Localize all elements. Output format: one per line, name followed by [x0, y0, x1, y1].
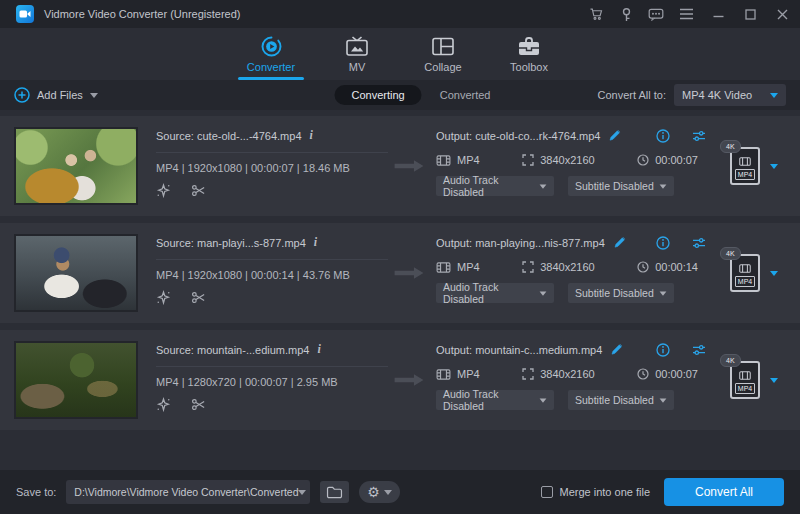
duration-icon — [637, 154, 649, 166]
output-info-icon[interactable] — [656, 129, 670, 143]
chevron-down-icon — [540, 398, 547, 402]
save-path-dropdown[interactable]: D:\Vidmore\Vidmore Video Converter\Conve… — [66, 480, 310, 504]
output-filename: Output: cute-old-co...rk-4764.mp4 — [436, 130, 600, 142]
format-name: MP4 — [735, 276, 755, 287]
toolbar: Add Files Converting Converted Convert A… — [0, 80, 800, 110]
source-filename: Source: mountain-...edium.mp4 — [156, 344, 309, 356]
video-thumbnail[interactable] — [14, 127, 138, 205]
output-resolution: 3840x2160 — [540, 261, 594, 273]
resolution-icon — [522, 368, 534, 380]
tab-toolbox[interactable]: Toolbox — [490, 28, 568, 80]
folder-icon — [326, 486, 343, 499]
tab-converting[interactable]: Converting — [334, 85, 421, 105]
source-meta: MP4 | 1280x720 | 00:00:07 | 2.95 MB — [156, 376, 388, 388]
video-file-icon — [436, 262, 451, 273]
effects-icon[interactable] — [156, 183, 171, 198]
menu-icon[interactable] — [678, 6, 694, 22]
subtitle-dropdown[interactable]: Subtitle Disabled — [568, 176, 674, 196]
minimize-icon[interactable] — [710, 6, 726, 22]
duration-icon — [637, 261, 649, 273]
chevron-down-icon — [770, 378, 778, 383]
video-thumbnail[interactable] — [14, 234, 138, 312]
audio-track-dropdown[interactable]: Audio Track Disabled — [436, 176, 554, 196]
tab-collage[interactable]: Collage — [404, 28, 482, 80]
duration-icon — [637, 368, 649, 380]
output-duration: 00:00:14 — [655, 261, 698, 273]
cut-icon[interactable] — [191, 183, 206, 198]
chevron-down-icon — [540, 184, 547, 188]
convert-all-button[interactable]: Convert All — [664, 478, 784, 506]
divider — [156, 259, 388, 260]
register-key-icon[interactable] — [618, 6, 634, 22]
output-settings-icon[interactable] — [692, 129, 706, 143]
cut-icon[interactable] — [191, 290, 206, 305]
file-row: Source: cute-old-...-4764.mp4 i MP4 | 19… — [0, 116, 800, 216]
output-info-icon[interactable] — [656, 343, 670, 357]
cut-icon[interactable] — [191, 397, 206, 412]
resolution-icon — [522, 261, 534, 273]
close-icon[interactable] — [774, 6, 790, 22]
tab-label: Collage — [424, 61, 461, 73]
save-to-label: Save to: — [16, 486, 56, 498]
open-folder-button[interactable] — [320, 481, 349, 503]
source-info-icon[interactable]: i — [317, 342, 320, 357]
file-row: Source: man-playi...s-877.mp4 i MP4 | 19… — [0, 223, 800, 323]
app-logo-icon — [16, 5, 34, 23]
rename-icon[interactable] — [613, 236, 626, 249]
video-file-icon — [436, 369, 451, 380]
output-format-selector[interactable]: 4K MP4 — [708, 223, 800, 323]
chevron-down-icon — [384, 490, 392, 495]
main-nav: Converter MV Collage Toolbox — [0, 28, 800, 80]
output-info-icon[interactable] — [656, 236, 670, 250]
tab-label: MV — [349, 61, 366, 73]
subtitle-dropdown[interactable]: Subtitle Disabled — [568, 390, 674, 410]
collage-icon — [431, 34, 455, 58]
format-name: MP4 — [735, 169, 755, 180]
toolbox-icon — [517, 34, 541, 58]
tab-mv[interactable]: MV — [318, 28, 396, 80]
cart-icon[interactable] — [588, 6, 604, 22]
output-settings-icon[interactable] — [692, 343, 706, 357]
convert-arrow-icon — [388, 116, 430, 216]
output-format-selector[interactable]: 4K MP4 — [708, 330, 800, 430]
convert-all-to-dropdown[interactable]: MP4 4K Video — [674, 84, 786, 106]
tab-converter[interactable]: Converter — [232, 28, 310, 80]
format-name: MP4 — [735, 383, 755, 394]
rename-icon[interactable] — [610, 343, 623, 356]
add-files-button[interactable]: Add Files — [14, 87, 98, 103]
profile-value: MP4 4K Video — [682, 89, 752, 101]
gear-icon: ⚙ — [367, 485, 380, 499]
feedback-icon[interactable] — [648, 6, 664, 22]
effects-icon[interactable] — [156, 397, 171, 412]
divider — [156, 152, 388, 153]
effects-icon[interactable] — [156, 290, 171, 305]
chevron-down-icon — [298, 490, 306, 495]
output-format-selector[interactable]: 4K MP4 — [708, 116, 800, 216]
convert-arrow-icon — [388, 330, 430, 430]
chevron-down-icon — [660, 291, 667, 295]
chevron-down-icon — [770, 93, 778, 98]
output-resolution: 3840x2160 — [540, 368, 594, 380]
output-resolution: 3840x2160 — [540, 154, 594, 166]
source-info-icon[interactable]: i — [314, 235, 317, 250]
output-format: MP4 — [457, 261, 480, 273]
source-info-icon[interactable]: i — [310, 128, 313, 143]
format-badge: 4K — [720, 247, 741, 260]
output-settings-icon[interactable] — [692, 236, 706, 250]
audio-track-dropdown[interactable]: Audio Track Disabled — [436, 390, 554, 410]
maximize-icon[interactable] — [742, 6, 758, 22]
output-duration: 00:00:07 — [655, 154, 698, 166]
converter-icon — [260, 34, 283, 58]
output-filename: Output: mountain-c...medium.mp4 — [436, 344, 602, 356]
file-list: Source: cute-old-...-4764.mp4 i MP4 | 19… — [0, 110, 800, 470]
video-thumbnail[interactable] — [14, 341, 138, 419]
merge-into-one-file[interactable]: Merge into one file — [541, 486, 651, 498]
source-filename: Source: cute-old-...-4764.mp4 — [156, 130, 302, 142]
audio-track-dropdown[interactable]: Audio Track Disabled — [436, 283, 554, 303]
rename-icon[interactable] — [608, 129, 621, 142]
merge-checkbox[interactable] — [541, 486, 553, 498]
settings-button[interactable]: ⚙ — [359, 481, 400, 503]
subtitle-dropdown[interactable]: Subtitle Disabled — [568, 283, 674, 303]
output-format: MP4 — [457, 154, 480, 166]
tab-converted[interactable]: Converted — [440, 89, 491, 101]
